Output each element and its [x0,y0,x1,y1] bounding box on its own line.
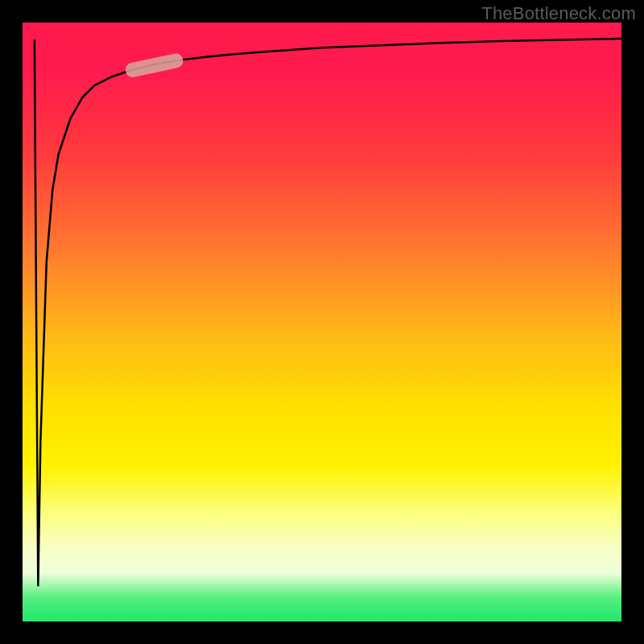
watermark-text: TheBottleneck.com [481,3,636,24]
curve-path [35,39,621,585]
highlight-segment [124,52,184,79]
chart-svg [23,23,621,621]
chart-frame: TheBottleneck.com [0,0,644,644]
